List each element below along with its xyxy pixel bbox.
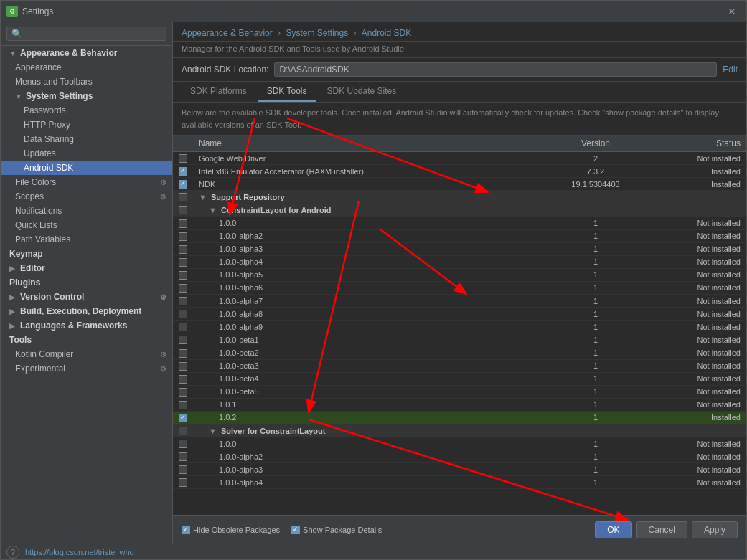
row-checkbox[interactable] <box>179 219 187 228</box>
row-checkbox-cell[interactable] <box>173 152 193 165</box>
search-bar[interactable]: 🔍 <box>1 22 172 46</box>
row-checkbox[interactable] <box>179 427 187 435</box>
apply-button[interactable]: Apply <box>692 521 738 538</box>
sidebar-item-passwords[interactable]: Passwords <box>1 103 172 118</box>
row-checkbox[interactable] <box>179 349 187 358</box>
tab-sdk-tools[interactable]: SDK Tools <box>258 82 316 102</box>
sdk-location-edit[interactable]: Edit <box>723 65 738 75</box>
row-checkbox-cell[interactable] <box>173 359 193 372</box>
search-input[interactable] <box>25 29 161 39</box>
row-checkbox[interactable] <box>179 297 187 305</box>
row-checkbox[interactable] <box>179 284 187 293</box>
row-checkbox-cell[interactable] <box>173 242 193 255</box>
row-checkbox[interactable] <box>179 167 187 176</box>
row-checkbox-cell[interactable] <box>173 333 193 346</box>
help-button[interactable]: ? <box>6 546 19 559</box>
sidebar-item-kotlin-compiler[interactable]: Kotlin Compiler ⚙ <box>1 347 172 361</box>
row-checkbox[interactable] <box>179 245 187 254</box>
row-checkbox[interactable] <box>179 193 187 201</box>
row-checkbox[interactable] <box>179 271 187 280</box>
row-checkbox[interactable] <box>179 206 187 214</box>
row-checkbox-cell[interactable] <box>173 229 193 242</box>
row-checkbox[interactable] <box>179 388 187 397</box>
row-checkbox[interactable] <box>179 180 187 189</box>
settings-icon: ⚙ <box>160 293 166 301</box>
row-checkbox[interactable] <box>179 362 187 371</box>
sidebar-item-appearance[interactable]: Appearance <box>1 60 172 75</box>
row-checkbox-cell[interactable] <box>173 385 193 398</box>
row-checkbox[interactable] <box>179 375 187 384</box>
cancel-button[interactable]: Cancel <box>636 521 687 538</box>
sidebar-item-editor[interactable]: ▶ Editor <box>1 261 172 275</box>
sidebar-item-appearance-behavior[interactable]: ▼ Appearance & Behavior <box>1 46 172 60</box>
sidebar-item-scopes[interactable]: Scopes ⚙ <box>1 189 172 204</box>
row-checkbox-cell[interactable] <box>173 204 193 217</box>
row-checkbox[interactable] <box>179 465 187 474</box>
tree-toggle[interactable]: ▼ <box>199 193 207 201</box>
row-checkbox-cell[interactable] <box>173 437 193 450</box>
sidebar-item-plugins[interactable]: Plugins <box>1 275 172 290</box>
row-checkbox[interactable] <box>179 336 187 344</box>
row-checkbox-cell[interactable] <box>173 191 193 204</box>
sidebar-item-quick-lists[interactable]: Quick Lists <box>1 218 172 232</box>
sidebar-item-menus-toolbars[interactable]: Menus and Toolbars <box>1 75 172 89</box>
hide-obsolete-checkbox[interactable] <box>182 526 190 534</box>
row-checkbox-cell[interactable] <box>173 308 193 321</box>
row-checkbox[interactable] <box>179 232 187 241</box>
row-checkbox[interactable] <box>179 440 187 448</box>
row-checkbox-cell[interactable] <box>173 346 193 359</box>
sidebar-item-file-colors[interactable]: File Colors ⚙ <box>1 175 172 189</box>
sdk-location-input[interactable] <box>274 62 717 77</box>
row-checkbox-cell[interactable] <box>173 281 193 294</box>
row-checkbox-cell[interactable] <box>173 450 193 463</box>
sidebar-item-languages-frameworks[interactable]: ▶ Languages & Frameworks <box>1 318 172 333</box>
row-checkbox-cell[interactable] <box>173 321 193 333</box>
row-version: 1 <box>545 398 646 411</box>
row-checkbox-cell[interactable] <box>173 255 193 268</box>
sidebar-item-build-execution[interactable]: ▶ Build, Execution, Deployment <box>1 304 172 318</box>
sidebar-item-version-control[interactable]: ▶ Version Control ⚙ <box>1 290 172 304</box>
tab-sdk-platforms[interactable]: SDK Platforms <box>182 82 255 102</box>
show-package-details-checkbox[interactable] <box>291 526 300 534</box>
row-checkbox[interactable] <box>179 414 187 422</box>
ok-button[interactable]: OK <box>595 521 631 538</box>
table-row: Intel x86 Emulator Accelerator (HAXM ins… <box>173 165 746 178</box>
row-checkbox[interactable] <box>179 478 187 487</box>
sidebar-item-experimental[interactable]: Experimental ⚙ <box>1 361 172 376</box>
row-checkbox-cell[interactable] <box>173 295 193 308</box>
row-checkbox-cell[interactable] <box>173 217 193 229</box>
sidebar-item-data-sharing[interactable]: Data Sharing <box>1 132 172 146</box>
row-checkbox-cell[interactable] <box>173 165 193 178</box>
row-checkbox[interactable] <box>179 258 187 267</box>
row-checkbox-cell[interactable] <box>173 463 193 476</box>
row-checkbox-cell[interactable] <box>173 372 193 385</box>
sidebar-item-updates[interactable]: Updates <box>1 146 172 161</box>
close-button[interactable]: ✕ <box>723 4 741 19</box>
tree-toggle[interactable]: ▼ <box>209 427 217 435</box>
show-package-details-label[interactable]: Show Package Details <box>291 526 382 534</box>
row-checkbox-cell[interactable] <box>173 424 193 437</box>
row-checkbox-cell[interactable] <box>173 398 193 411</box>
row-checkbox-cell[interactable] <box>173 268 193 281</box>
row-checkbox-cell[interactable] <box>173 178 193 191</box>
table-row: 1.0.0-alpha3 1 Not installed <box>173 242 746 255</box>
row-checkbox-cell[interactable] <box>173 411 193 424</box>
sidebar-item-http-proxy[interactable]: HTTP Proxy <box>1 118 172 132</box>
sidebar-item-android-sdk[interactable]: Android SDK <box>1 161 172 175</box>
row-checkbox[interactable] <box>179 323 187 331</box>
sidebar-item-tools[interactable]: Tools <box>1 333 172 347</box>
row-checkbox[interactable] <box>179 310 187 318</box>
sidebar-item-path-variables[interactable]: Path Variables <box>1 232 172 247</box>
table-row: 1.0.0-beta4 1 Not installed <box>173 372 746 385</box>
row-checkbox[interactable] <box>179 452 187 461</box>
row-checkbox[interactable] <box>179 401 187 409</box>
tree-toggle[interactable]: ▼ <box>209 206 217 214</box>
sidebar-item-keymap[interactable]: Keymap <box>1 247 172 261</box>
tab-sdk-update-sites[interactable]: SDK Update Sites <box>319 82 405 102</box>
sidebar-item-notifications[interactable]: Notifications <box>1 204 172 218</box>
sidebar-item-system-settings[interactable]: ▼ System Settings <box>1 89 172 103</box>
row-status: Not installed <box>646 242 746 255</box>
hide-obsolete-label[interactable]: Hide Obsolete Packages <box>182 526 280 534</box>
row-checkbox-cell[interactable] <box>173 476 193 489</box>
row-checkbox[interactable] <box>179 154 187 163</box>
